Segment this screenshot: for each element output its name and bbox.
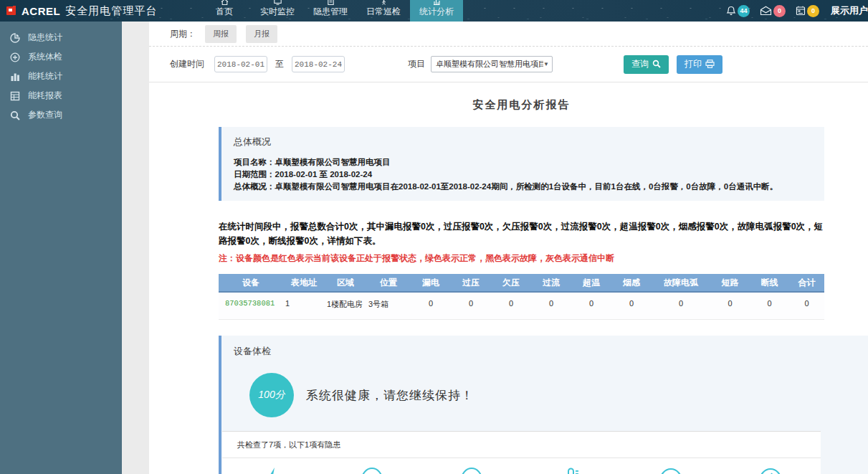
sidebar-item-hazard-stats[interactable]: 隐患统计 bbox=[0, 28, 122, 47]
cell-overvoltage: 0 bbox=[451, 292, 491, 320]
chevron-down-icon: ▼ bbox=[543, 61, 549, 67]
overview-date-range: 日期范围：2018-02-01 至 2018-02-24 bbox=[234, 169, 811, 181]
search-icon bbox=[9, 110, 21, 121]
nav-item-home[interactable]: 首页 bbox=[198, 0, 251, 22]
col-line-break: 断线 bbox=[750, 274, 789, 292]
health-check-box: 共检查了7项，以下1项有隐患 V A bbox=[222, 431, 821, 474]
nav-item-statistics[interactable]: 统计分析 bbox=[410, 0, 463, 22]
message-button[interactable]: 0 bbox=[760, 5, 786, 17]
overview-section: 总体概况 项目名称：卓顺塑模有限公司智慧用电项目 日期范围：2018-02-01… bbox=[219, 127, 824, 201]
device-id-link[interactable]: 87035738081 bbox=[219, 292, 283, 320]
health-message: 系统很健康，请您继续保持！ bbox=[306, 387, 474, 404]
search-icon bbox=[652, 60, 661, 70]
sidebar-item-energy-stats[interactable]: 能耗统计 bbox=[0, 67, 122, 86]
overview-summary: 总体概况：卓顺塑模有限公司智慧用电项目在2018-02-01至2018-02-2… bbox=[234, 181, 811, 193]
leakage-bolt-icon bbox=[222, 468, 322, 474]
calendar-icon bbox=[796, 6, 806, 16]
date-to-input[interactable] bbox=[292, 56, 345, 72]
col-device: 设备 bbox=[219, 274, 283, 292]
envelope-icon bbox=[760, 6, 772, 16]
current-icon: A bbox=[421, 468, 521, 474]
navbar-right: 44 0 0 展示用户 bbox=[709, 0, 868, 22]
print-button[interactable]: 打印 bbox=[677, 55, 722, 74]
sidebar-item-param-query[interactable]: 参数查询 bbox=[0, 105, 122, 125]
app-title: 安全用电管理平台 bbox=[65, 4, 157, 18]
cell-arc-fault: 0 bbox=[652, 292, 710, 320]
nav-item-hazard[interactable]: 隐患管理 bbox=[304, 0, 357, 22]
col-location: 位置 bbox=[366, 274, 411, 292]
sidebar-item-system-check[interactable]: 系统体检 bbox=[0, 47, 122, 67]
table-header-row: 设备 表地址 区域 位置 漏电 过压 欠压 过流 超温 烟感 故障电弧 短路 断… bbox=[219, 274, 824, 292]
voltage-icon: V bbox=[322, 468, 421, 474]
sidebar-item-label: 参数查询 bbox=[28, 109, 62, 121]
date-from-input[interactable] bbox=[214, 56, 267, 72]
query-button-label: 查询 bbox=[631, 58, 649, 70]
project-label: 项目 bbox=[408, 58, 425, 70]
print-button-label: 打印 bbox=[685, 58, 702, 70]
sidebar-item-energy-report[interactable]: 能耗报表 bbox=[0, 86, 122, 105]
alarm-bell-button[interactable]: 44 bbox=[726, 5, 750, 17]
sidebar-item-label: 系统体检 bbox=[28, 51, 62, 63]
health-section-title: 设备体检 bbox=[221, 345, 868, 358]
project-select[interactable]: 卓顺塑模有限公司智慧用电项目 ▼ bbox=[431, 56, 553, 72]
cell-smoke: 0 bbox=[611, 292, 652, 320]
cell-meter-address: 1 bbox=[283, 292, 325, 320]
monthly-report-button[interactable]: 月报 bbox=[246, 25, 277, 43]
stats-chart-icon bbox=[433, 0, 440, 5]
col-short-circuit: 短路 bbox=[710, 274, 750, 292]
device-color-note: 注：设备颜色是红色表示当前该设备正处于报警状态，绿色表示正常，黑色表示故障，灰色… bbox=[219, 252, 824, 265]
create-time-label: 创建时间 bbox=[170, 58, 204, 70]
arc-fault-icon bbox=[721, 468, 821, 474]
nav-item-patrol[interactable]: 日常巡检 bbox=[357, 0, 410, 22]
project-select-value: 卓顺塑模有限公司智慧用电项目 bbox=[436, 59, 543, 70]
device-health-section: 设备体检 100分 系统很健康，请您继续保持！ 共检查了7项，以下1项有隐患 V bbox=[219, 336, 868, 474]
pie-chart-icon bbox=[9, 32, 21, 44]
col-meter-address: 表地址 bbox=[283, 274, 325, 292]
report-table-icon bbox=[9, 90, 21, 102]
brand: ACREL 安全用电管理平台 bbox=[0, 0, 181, 22]
smoke-icon bbox=[621, 468, 721, 474]
cell-undervoltage: 0 bbox=[491, 292, 531, 320]
col-region: 区域 bbox=[325, 274, 366, 292]
health-icons-row: V A bbox=[222, 458, 821, 474]
weekly-report-button[interactable]: 周报 bbox=[205, 25, 237, 43]
sidebar-item-label: 能耗统计 bbox=[28, 70, 62, 82]
col-undervoltage: 欠压 bbox=[491, 274, 531, 292]
col-overtemp: 超温 bbox=[571, 274, 611, 292]
user-menu[interactable]: 展示用户 bbox=[831, 4, 868, 17]
patrol-person-icon bbox=[381, 0, 387, 5]
col-arc-fault: 故障电弧 bbox=[652, 274, 710, 292]
check-summary: 共检查了7项，以下1项有隐患 bbox=[222, 432, 821, 458]
col-overcurrent: 过流 bbox=[531, 274, 571, 292]
main-area: 周期： 周报 月报 创建时间 至 项目 卓顺塑模有限公司智慧用电项目 ▼ 查询 … bbox=[122, 22, 868, 474]
report-area: 安全用电分析报告 总体概况 项目名称：卓顺塑模有限公司智慧用电项目 日期范围：2… bbox=[149, 98, 868, 474]
brand-name: ACREL bbox=[22, 5, 60, 17]
message-count-badge[interactable]: 0 bbox=[773, 5, 786, 17]
task-count-badge[interactable]: 0 bbox=[807, 5, 819, 17]
nav-item-label: 统计分析 bbox=[419, 6, 454, 18]
task-button[interactable]: 0 bbox=[796, 5, 819, 17]
cell-line-break: 0 bbox=[750, 292, 789, 320]
report-title: 安全用电分析报告 bbox=[219, 98, 824, 112]
cell-region: 1楼配电房 bbox=[325, 292, 366, 320]
clipboard-icon bbox=[328, 0, 334, 5]
col-smoke: 烟感 bbox=[611, 274, 652, 292]
temperature-icon bbox=[522, 468, 621, 474]
alarm-table: 设备 表地址 区域 位置 漏电 过压 欠压 过流 超温 烟感 故障电弧 短路 断… bbox=[219, 274, 824, 320]
alarm-stats-paragraph: 在统计时间段中，报警总数合计0次，其中漏电报警0次，过压报警0次，欠压报警0次，… bbox=[219, 219, 824, 248]
bell-icon bbox=[726, 6, 736, 16]
circle-plus-icon bbox=[9, 52, 21, 63]
cell-leakage: 0 bbox=[411, 292, 451, 320]
query-button[interactable]: 查询 bbox=[624, 55, 669, 74]
home-icon bbox=[221, 0, 229, 5]
col-overvoltage: 过压 bbox=[451, 274, 491, 292]
overview-section-title: 总体概况 bbox=[234, 136, 811, 148]
alarm-count-badge[interactable]: 44 bbox=[738, 5, 750, 17]
nav-item-label: 隐患管理 bbox=[313, 6, 348, 18]
nav-item-monitor[interactable]: 实时监控 bbox=[251, 0, 304, 22]
cell-location: 3号箱 bbox=[366, 292, 411, 320]
bar-chart-icon bbox=[9, 71, 21, 82]
acrel-logo-icon bbox=[6, 6, 17, 16]
cell-total: 0 bbox=[789, 292, 824, 320]
to-label: 至 bbox=[275, 58, 284, 70]
